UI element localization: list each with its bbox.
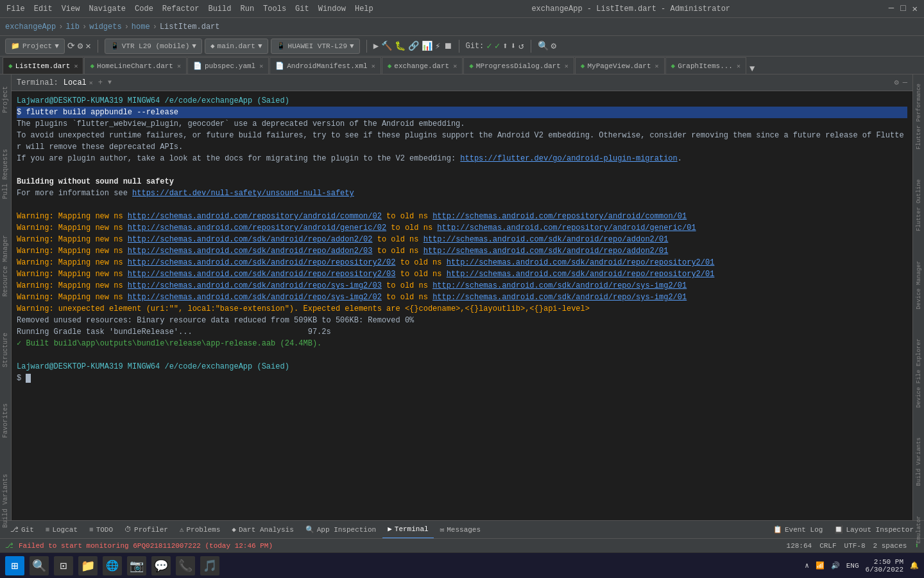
debug-icon[interactable]: 🐛 (395, 40, 406, 51)
right-tool-emulator[interactable]: Emulator (916, 511, 922, 548)
build-icon[interactable]: 🔨 (381, 40, 392, 51)
bottom-tool-todo[interactable]: ≡ TODO (84, 521, 118, 539)
left-tool-resource-manager[interactable]: Resource Manager (2, 230, 9, 302)
terminal-add-button[interactable]: + (98, 78, 103, 87)
menu-view[interactable]: View (62, 4, 80, 13)
right-tool-flutter-performance[interactable]: Flutter Performance (916, 78, 922, 155)
status-position[interactable]: 128:64 (787, 542, 812, 550)
menu-tools[interactable]: Tools (263, 4, 286, 13)
term-link-ns-7b[interactable]: http://schemas.android.com/sdk/android/r… (432, 281, 687, 290)
close-button[interactable]: ✕ (912, 3, 918, 14)
run-button[interactable]: ▶ (373, 40, 379, 51)
bottom-tool-profiler[interactable]: ⏱ Profiler (119, 521, 173, 539)
left-tool-structure[interactable]: Structure (2, 328, 9, 372)
project-dropdown[interactable]: 📁 Project ▼ (5, 39, 65, 54)
menu-code[interactable]: Code (135, 4, 153, 13)
hot-reload-icon[interactable]: ⚡ (435, 40, 440, 51)
menu-help[interactable]: Help (355, 4, 373, 13)
tab-close-6[interactable]: ✕ (655, 62, 659, 70)
right-tool-build-variants[interactable]: Build Variants (916, 432, 922, 491)
main-dart-selector[interactable]: ◆ main.dart ▼ (205, 39, 268, 54)
bottom-tool-problems[interactable]: ⚠ Problems (175, 521, 225, 539)
system-tray-expand[interactable]: ∧ (805, 561, 809, 570)
terminal-output[interactable]: Lajward@DESKTOP-KUMA319 MINGW64 /e/code/… (12, 91, 912, 520)
status-indent[interactable]: 2 spaces (873, 542, 907, 550)
bottom-tool-app-inspection[interactable]: 🔍 App Inspection (300, 521, 381, 539)
menu-file[interactable]: File (6, 4, 25, 13)
menu-navigate[interactable]: Navigate (89, 4, 126, 13)
git-revert-icon[interactable]: ↺ (518, 40, 524, 51)
left-tool-favorites[interactable]: Favorites (2, 398, 9, 443)
language-indicator[interactable]: ENG (846, 562, 859, 570)
term-link-ns-2b[interactable]: http://schemas.android.com/repository/an… (437, 223, 696, 232)
left-tool-project[interactable]: Project (2, 81, 9, 118)
search-icon[interactable]: 🔍 (538, 40, 549, 51)
sync-icon[interactable]: ⟳ (67, 40, 75, 51)
bottom-tool-event-log[interactable]: 📋 Event Log (768, 521, 828, 539)
taskbar-app-1[interactable]: 📷 (127, 556, 146, 575)
term-link-migration[interactable]: https://flutter.dev/go/android-plugin-mi… (460, 154, 677, 163)
breadcrumb-widgets[interactable]: widgets (89, 22, 121, 31)
bottom-tool-dart-analysis[interactable]: ◆ Dart Analysis (227, 521, 298, 539)
menu-git[interactable]: Git (295, 4, 309, 13)
right-tool-device-file-explorer[interactable]: Device File Explorer (916, 333, 922, 413)
term-link-ns-8a[interactable]: http://schemas.android.com/sdk/android/r… (128, 293, 382, 302)
git-check2-icon[interactable]: ✓ (495, 40, 500, 51)
tab-close-2[interactable]: ✕ (259, 62, 263, 70)
taskbar-clock[interactable]: 2:50 PM 6/30/2022 (866, 558, 903, 574)
term-link-ns-5a[interactable]: http://schemas.android.com/sdk/android/r… (128, 258, 396, 267)
bottom-tool-git[interactable]: ⎇ Git (5, 521, 39, 539)
bottom-tool-layout-inspector[interactable]: 🔲 Layout Inspector (829, 521, 919, 539)
git-push-icon[interactable]: ⬆ (502, 40, 508, 51)
menu-window[interactable]: Window (318, 4, 346, 13)
term-link-ns-1b[interactable]: http://schemas.android.com/repository/an… (432, 212, 687, 221)
network-icon[interactable]: 📶 (816, 561, 825, 570)
tab-close-1[interactable]: ✕ (177, 62, 181, 70)
breadcrumb-lib[interactable]: lib (65, 22, 80, 31)
tab-android-manifest[interactable]: 📄 AndroidManifest.xml ✕ (270, 57, 381, 74)
terminal-tab-close[interactable]: ✕ (89, 79, 93, 87)
tab-close-0[interactable]: ✕ (74, 62, 78, 70)
right-tool-flutter-outline[interactable]: Flutter Outline (916, 174, 922, 236)
left-tool-pull-requests[interactable]: Pull Requests (2, 144, 9, 204)
term-link-ns-6b[interactable]: http://schemas.android.com/sdk/android/r… (447, 270, 715, 279)
terminal-minimize-icon[interactable]: ─ (903, 78, 907, 87)
term-link-ns-3a[interactable]: http://schemas.android.com/sdk/android/r… (128, 235, 373, 244)
volume-icon[interactable]: 🔊 (831, 561, 840, 570)
tab-close-5[interactable]: ✕ (565, 62, 569, 70)
attach-icon[interactable]: 🔗 (408, 40, 419, 51)
term-link-ns-7a[interactable]: http://schemas.android.com/sdk/android/r… (128, 281, 382, 290)
right-tool-device-manager[interactable]: Device Manager (916, 256, 922, 315)
git-pull-icon[interactable]: ⬇ (511, 40, 516, 51)
config-icon[interactable]: ⚙ (78, 40, 83, 51)
term-link-ns-6a[interactable]: http://schemas.android.com/sdk/android/r… (128, 270, 396, 279)
term-link-ns-2a[interactable]: http://schemas.android.com/repository/an… (128, 223, 386, 232)
tab-pubspec[interactable]: 📄 pubspec.yaml ✕ (187, 57, 269, 74)
vtr-selector[interactable]: 📱 VTR L29 (mobile) ▼ (105, 39, 202, 54)
tab-close-7[interactable]: ✕ (737, 62, 740, 70)
bottom-tool-logcat[interactable]: ≡ Logcat (40, 521, 83, 539)
taskbar-app-3[interactable]: 📞 (176, 556, 195, 575)
term-link-ns-8b[interactable]: http://schemas.android.com/sdk/android/r… (432, 293, 687, 302)
taskbar-app-4[interactable]: 🎵 (200, 556, 219, 575)
git-check-icon[interactable]: ✓ (486, 40, 492, 51)
term-link-ns-1a[interactable]: http://schemas.android.com/repository/an… (128, 212, 382, 221)
maximize-button[interactable]: □ (900, 3, 905, 14)
tab-home-line-chart[interactable]: ◆ HomeLineChart.dart ✕ (84, 57, 186, 74)
menu-refactor[interactable]: Refactor (162, 4, 200, 13)
menu-build[interactable]: Build (208, 4, 231, 13)
term-link-ns-4a[interactable]: http://schemas.android.com/sdk/android/r… (128, 247, 373, 256)
minimize-button[interactable]: ─ (889, 3, 894, 14)
breadcrumb-app[interactable]: exchangeApp (5, 22, 56, 31)
status-encoding[interactable]: UTF-8 (844, 542, 866, 550)
tab-mprogress[interactable]: ◆ MProgressDialog.dart ✕ (463, 57, 574, 74)
huawei-selector[interactable]: 📱 HUAWEI VTR-L29 ▼ (271, 39, 360, 54)
status-line-ending[interactable]: CRLF (819, 542, 836, 550)
taskbar-task-view[interactable]: ⊡ (54, 556, 73, 575)
breadcrumb-home[interactable]: home (132, 22, 150, 31)
terminal-tab-local[interactable]: Local ✕ (64, 78, 93, 87)
start-button[interactable]: ⊞ (5, 556, 24, 575)
term-link-null-safety[interactable]: https://dart.dev/null-safety/unsound-nul… (132, 189, 354, 198)
menu-run[interactable]: Run (240, 4, 254, 13)
taskbar-file-explorer[interactable]: 📁 (78, 556, 98, 575)
